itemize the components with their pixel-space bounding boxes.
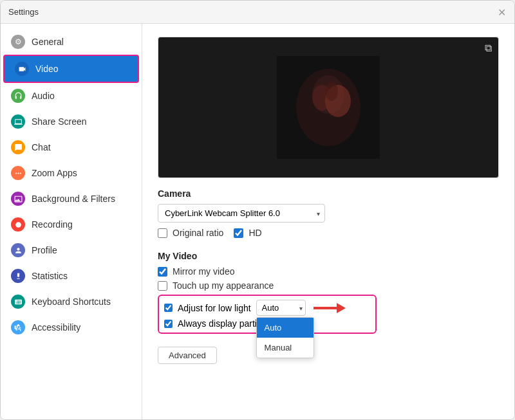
camera-section: Camera CyberLink Webcam Splitter 6.0 ▾ O… <box>158 188 499 242</box>
adjust-dropdown-popup: Auto Manual <box>256 317 314 358</box>
sidebar-label-statistics: Statistics <box>32 271 68 281</box>
original-ratio-label: Original ratio <box>173 228 223 238</box>
main-content: ⧉ Camera CyberLink Webcam Splitter 6.0 ▾… <box>142 24 514 419</box>
sidebar-item-recording[interactable]: Recording <box>1 212 142 237</box>
window-title: Settings <box>8 7 39 17</box>
sidebar-item-statistics[interactable]: Statistics <box>1 263 142 289</box>
sidebar-item-share-screen[interactable]: Share Screen <box>1 109 142 134</box>
camera-select-wrapper: CyberLink Webcam Splitter 6.0 ▾ <box>158 204 325 223</box>
always-display-label: Always display partic <box>178 318 261 329</box>
sidebar-item-profile[interactable]: Profile <box>1 237 142 263</box>
sidebar-item-audio[interactable]: Audio <box>1 83 142 109</box>
touch-up-row: Touch up my appearance <box>158 280 499 291</box>
adjust-row: Adjust for low light Auto Manual ▾ Auto … <box>164 300 370 316</box>
arrow-indicator <box>314 303 346 313</box>
hd-row: HD <box>234 228 261 238</box>
sidebar-label-general: General <box>32 37 64 47</box>
adjust-select[interactable]: Auto Manual <box>256 300 306 316</box>
sidebar-item-zoom-apps[interactable]: Zoom Apps <box>1 160 142 186</box>
sidebar-label-share-screen: Share Screen <box>32 116 87 127</box>
video-icon <box>15 62 29 76</box>
sidebar-label-zoom-apps: Zoom Apps <box>32 168 77 178</box>
sidebar-label-background-filters: Background & Filters <box>32 194 115 204</box>
svg-point-0 <box>15 222 21 228</box>
accessibility-icon <box>11 320 25 334</box>
sidebar-item-video[interactable]: Video <box>3 55 139 83</box>
sidebar-label-video: Video <box>35 64 59 74</box>
arrow-body <box>314 307 337 309</box>
dropdown-option-manual[interactable]: Manual <box>257 338 314 358</box>
sidebar-label-accessibility: Accessibility <box>32 322 80 333</box>
keyboard-shortcuts-icon <box>11 295 25 309</box>
close-icon[interactable]: ✕ <box>498 8 507 17</box>
sidebar-label-chat: Chat <box>32 142 51 152</box>
sidebar-item-chat[interactable]: Chat <box>1 134 142 160</box>
zoom-apps-icon <box>11 166 25 180</box>
video-preview: ⧉ <box>158 37 499 178</box>
sidebar-label-audio: Audio <box>32 91 55 101</box>
sidebar-item-general[interactable]: ⚙ General <box>1 29 142 55</box>
camera-label: Camera <box>158 188 499 199</box>
recording-icon <box>11 217 25 232</box>
sidebar-item-keyboard-shortcuts[interactable]: Keyboard Shortcuts <box>1 289 142 315</box>
svg-point-7 <box>325 82 338 101</box>
sidebar-item-accessibility[interactable]: Accessibility <box>1 315 142 340</box>
sidebar-label-keyboard-shortcuts: Keyboard Shortcuts <box>32 297 111 307</box>
video-graphic <box>277 56 380 159</box>
general-icon: ⚙ <box>11 35 25 49</box>
always-display-checkbox[interactable] <box>164 320 173 328</box>
sidebar-item-background-filters[interactable]: Background & Filters <box>1 186 142 212</box>
dropdown-option-auto[interactable]: Auto <box>257 318 314 338</box>
original-ratio-checkbox[interactable] <box>158 228 167 238</box>
my-video-label: My Video <box>158 251 499 261</box>
sidebar-label-profile: Profile <box>32 245 57 255</box>
camera-select[interactable]: CyberLink Webcam Splitter 6.0 <box>158 204 325 223</box>
content-area: ⚙ General Video Audio <box>1 24 514 419</box>
adjust-checkbox[interactable] <box>164 304 173 312</box>
settings-window: Settings ✕ ⚙ General Video Audio <box>0 0 515 420</box>
hd-label: HD <box>248 228 261 238</box>
adjust-select-wrapper: Auto Manual ▾ Auto Manual <box>256 300 306 316</box>
mirror-label: Mirror my video <box>173 266 234 277</box>
title-bar: Settings ✕ <box>1 1 514 24</box>
video-feed <box>277 56 380 159</box>
hd-checkbox[interactable] <box>234 228 243 238</box>
share-screen-icon <box>11 114 25 129</box>
my-video-section: My Video Mirror my video Touch up my app… <box>158 251 499 364</box>
adjust-label: Adjust for low light <box>178 303 251 313</box>
original-ratio-row: Original ratio <box>158 228 223 238</box>
mirror-row: Mirror my video <box>158 266 499 277</box>
touch-up-label: Touch up my appearance <box>173 280 274 291</box>
statistics-icon <box>11 269 25 283</box>
sidebar-label-recording: Recording <box>32 219 73 230</box>
sidebar: ⚙ General Video Audio <box>1 24 142 419</box>
profile-icon <box>11 243 25 257</box>
background-filters-icon <box>11 192 25 206</box>
arrow-head <box>337 303 346 313</box>
advanced-button[interactable]: Advanced <box>158 347 217 364</box>
mirror-checkbox[interactable] <box>158 267 167 277</box>
audio-icon <box>11 89 25 103</box>
chat-icon <box>11 140 25 154</box>
touch-up-checkbox[interactable] <box>158 281 167 291</box>
fullscreen-icon[interactable]: ⧉ <box>485 42 492 54</box>
